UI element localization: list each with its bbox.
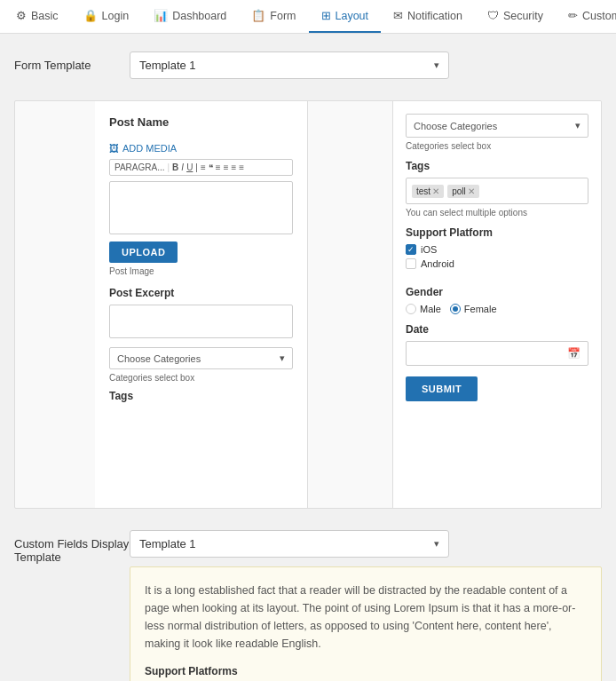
rp-categories-select[interactable]: Choose Categories ▾ — [406, 114, 588, 138]
cfd-support-platforms-label: Support Platforms — [145, 663, 587, 680]
custom-fields-display-content: Template 1 ▾ It is a long established fa… — [130, 530, 602, 681]
rp-date-label: Date — [406, 323, 588, 336]
tab-form[interactable]: 📋 Form — [239, 0, 308, 33]
rp-ios-checkbox-item: ✓ iOS — [406, 244, 588, 255]
mock-tags-label: Tags — [109, 390, 293, 402]
rp-submit-button[interactable]: SUBMIT — [406, 376, 478, 401]
mock-add-media-btn[interactable]: 🖼 ADD MEDIA — [109, 143, 293, 154]
right-panel: Choose Categories ▾ Categories select bo… — [392, 101, 601, 508]
mock-categories-select[interactable]: Choose Categories ▾ — [109, 347, 293, 369]
form-icon: 📋 — [251, 9, 265, 22]
layout-icon: ⊞ — [321, 9, 331, 22]
rp-support-label: Support Platform — [406, 226, 588, 239]
form-template-dropdown[interactable]: Template 1 ▾ — [130, 51, 449, 79]
mock-categories-hint: Categories select box — [109, 373, 293, 383]
customize-icon: ✏ — [568, 9, 578, 22]
tab-layout[interactable]: ⊞ Layout — [309, 0, 382, 33]
form-template-content: Template 1 ▾ — [130, 51, 602, 79]
rp-tags-area: test ✕ poll ✕ — [406, 178, 588, 204]
mock-post-name-label: Post Name — [109, 115, 293, 129]
rp-gender-radio-group: Male Female — [406, 304, 588, 314]
form-template-label: Form Template — [14, 51, 130, 72]
chevron-down-icon: ▾ — [575, 120, 580, 131]
tab-bar: ⚙ Basic 🔒 Login 📊 Dashboard 📋 Form ⊞ Lay… — [0, 0, 616, 34]
rp-gender-label: Gender — [406, 286, 588, 298]
rp-multiple-hint: You can select multiple options — [406, 208, 588, 218]
dashboard-icon: 📊 — [154, 9, 168, 22]
rp-female-radio[interactable] — [450, 304, 461, 314]
chevron-down-icon: ▾ — [434, 59, 439, 71]
mock-post-excerpt-label: Post Excerpt — [109, 287, 293, 299]
rp-categories-hint: Categories select box — [406, 141, 588, 151]
form-preview-area: Post Name 🖼 ADD MEDIA PARAGRA... | B I U… — [14, 100, 602, 509]
rp-ios-checkbox[interactable]: ✓ — [406, 244, 416, 255]
cfd-body-text: It is a long established fact that a rea… — [145, 582, 587, 653]
cfd-template-value: Template 1 — [139, 537, 196, 550]
form-template-value: Template 1 — [139, 59, 196, 72]
security-icon: 🛡 — [487, 9, 499, 22]
chevron-down-icon: ▾ — [434, 538, 439, 550]
calendar-icon: 📅 — [567, 347, 580, 360]
rp-tag-test: test ✕ — [412, 185, 444, 198]
tab-notification[interactable]: ✉ Notification — [381, 0, 475, 33]
custom-fields-display-row: Custom Fields Display Template Template … — [14, 530, 602, 681]
rp-female-radio-item: Female — [450, 304, 497, 314]
rp-tag-remove-icon[interactable]: ✕ — [468, 186, 475, 196]
rp-tag-poll: poll ✕ — [447, 185, 479, 198]
rp-tag-remove-icon[interactable]: ✕ — [432, 186, 439, 196]
login-icon: 🔒 — [83, 9, 98, 22]
main-content: Form Template Template 1 ▾ Post Name 🖼 A… — [0, 34, 616, 681]
form-template-row: Form Template Template 1 ▾ — [14, 51, 602, 79]
tab-customize[interactable]: ✏ Customize — [556, 0, 616, 33]
tab-security[interactable]: 🛡 Security — [475, 0, 556, 33]
tab-login[interactable]: 🔒 Login — [71, 0, 142, 33]
rp-android-checkbox[interactable] — [406, 258, 416, 269]
tab-basic[interactable]: ⚙ Basic — [4, 0, 71, 33]
cfd-template-dropdown[interactable]: Template 1 ▾ — [130, 530, 449, 558]
rp-tags-label: Tags — [406, 160, 588, 172]
rp-male-radio[interactable] — [406, 304, 416, 314]
basic-icon: ⚙ — [16, 9, 27, 22]
tab-dashboard[interactable]: 📊 Dashboard — [141, 0, 239, 33]
mock-upload-btn[interactable]: UPLOAD — [109, 242, 178, 263]
chevron-down-icon: ▾ — [280, 352, 285, 364]
rp-male-radio-item: Male — [406, 304, 441, 314]
rp-android-checkbox-item: Android — [406, 258, 588, 269]
mock-excerpt-textarea[interactable] — [109, 305, 293, 338]
add-media-icon: 🖼 — [109, 143, 119, 154]
notification-icon: ✉ — [393, 9, 403, 22]
checkmark-icon: ✓ — [407, 245, 415, 254]
rp-date-field[interactable]: 📅 — [406, 341, 588, 366]
mock-form-panel: Post Name 🖼 ADD MEDIA PARAGRA... | B I U… — [95, 101, 308, 508]
mock-editor-area — [109, 181, 293, 234]
mock-editor-toolbar: PARAGRA... | B I U | ≡ ❝ ≡ ≡ ≡ ≡ — [109, 159, 293, 176]
mock-post-image-label: Post Image — [109, 266, 293, 276]
cfd-preview-area: It is a long established fact that a rea… — [130, 566, 602, 681]
custom-fields-display-label: Custom Fields Display Template — [14, 530, 130, 564]
